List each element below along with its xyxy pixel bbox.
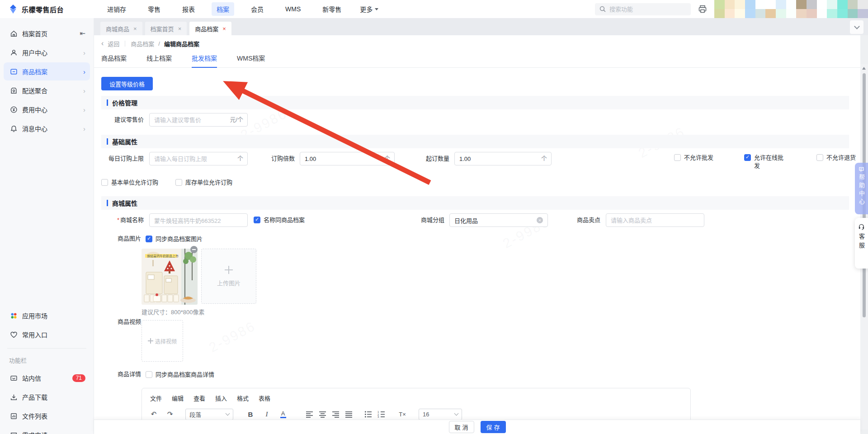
sidebar-item-app-market[interactable]: 应用市场 [4, 307, 90, 325]
checkbox-image-sync[interactable]: 同步商品档案图片 [146, 235, 203, 243]
clear-icon[interactable] [537, 217, 543, 223]
align-center-icon[interactable] [319, 411, 326, 418]
sidebar-collapse-icon[interactable]: ⇤ [80, 29, 85, 38]
chevron-down-icon [454, 411, 459, 416]
upload-image-button[interactable]: 上传图片 [201, 249, 256, 304]
checkbox-detail-sync[interactable]: 同步商品档案商品详情 [146, 371, 214, 379]
back-arrow-icon[interactable]: ‹ [101, 40, 104, 47]
min-order-input[interactable] [454, 152, 552, 165]
bold-icon[interactable] [245, 408, 256, 420]
printer-icon[interactable] [698, 5, 707, 14]
nav-item-wms[interactable]: WMS [280, 3, 306, 15]
clear-format-icon[interactable] [397, 408, 408, 420]
breadcrumb-parent[interactable]: 商品档案 [131, 39, 154, 48]
swatch-cell [848, 0, 858, 9]
undo-icon[interactable] [148, 408, 159, 420]
selling-point-input[interactable] [606, 213, 704, 227]
subtab-wms-archive[interactable]: WMS档案 [237, 53, 265, 68]
sidebar-item-delivery[interactable]: 配送聚合 › [4, 81, 90, 99]
checkbox-name-sync[interactable]: 名称同商品档案 [254, 216, 305, 224]
nav-item-inventory[interactable]: 进销存 [102, 2, 131, 16]
font-color-icon[interactable] [278, 408, 288, 420]
font-size-select[interactable]: 16 [419, 409, 462, 420]
mall-group-select[interactable]: 日化用品 [449, 213, 548, 227]
brand[interactable]: 乐檬零售后台 [0, 4, 90, 14]
nav-item-archive[interactable]: 档案 [212, 2, 234, 16]
nav-item-member[interactable]: 会员 [246, 2, 269, 16]
product-photo[interactable]: 焕轻高钙牛奶新品上市 [142, 249, 198, 305]
back-link[interactable]: 返回 [108, 39, 119, 48]
checkbox-online-wholesale[interactable]: 允许在线批发 [744, 154, 788, 170]
tab-mall-goods[interactable]: 商城商品 [100, 22, 142, 35]
checkbox-icon[interactable] [254, 217, 260, 223]
choose-video-button[interactable]: 选择视频 [142, 320, 183, 362]
swatch-cell [858, 9, 868, 18]
swatch-cell [745, 9, 755, 18]
editor-menu-table[interactable]: 表格 [259, 394, 270, 402]
global-search[interactable] [595, 3, 691, 15]
sidebar-item-user-center[interactable]: 用户中心 › [4, 43, 90, 61]
sidebar-item-product-download[interactable]: 产品下载 [4, 388, 90, 406]
nav-item-retail[interactable]: 零售 [143, 2, 165, 16]
checkbox-no-return[interactable]: 不允许退货 [816, 154, 860, 162]
remove-image-icon[interactable] [190, 246, 198, 253]
tab-product-archive[interactable]: 商品档案 [189, 22, 231, 35]
checkbox-icon[interactable] [674, 154, 681, 161]
swatch-cell [755, 0, 766, 9]
checkbox-icon[interactable] [816, 154, 823, 161]
nav-item-new-retail[interactable]: 新零售 [317, 2, 346, 16]
sidebar-item-expense-center[interactable]: 费用中心 › [4, 100, 90, 118]
checkbox-icon[interactable] [146, 371, 152, 378]
nav-more-menu[interactable]: 更多 [358, 2, 380, 16]
search-input[interactable] [609, 6, 677, 13]
sidebar-item-product-archive[interactable]: 商品档案 › [4, 62, 90, 80]
editor-menu-view[interactable]: 查看 [193, 394, 205, 402]
sidebar-item-inbox[interactable]: 站内信 71 [4, 369, 90, 387]
order-multiple-input[interactable] [300, 152, 395, 165]
cancel-button[interactable]: 取消 [449, 421, 474, 433]
subtab-wholesale-archive[interactable]: 批发档案 [192, 53, 217, 68]
align-right-icon[interactable] [332, 411, 340, 418]
editor-menu-edit[interactable]: 编辑 [172, 394, 184, 402]
checkbox-icon[interactable] [146, 236, 152, 242]
checkbox-base-unit-order[interactable]: 基本单位允许订购 [101, 179, 158, 187]
save-button[interactable]: 保存 [481, 421, 506, 433]
numbered-list-icon[interactable]: 123 [377, 411, 385, 418]
checkbox-no-wholesale[interactable]: 不允许批发 [674, 154, 717, 162]
redo-icon[interactable] [165, 408, 175, 420]
help-center-widget[interactable]: 帮助中心 [855, 163, 868, 214]
sidebar-item-file-list[interactable]: 文件列表 [4, 407, 90, 425]
customer-service-widget[interactable]: 客服 [855, 218, 868, 269]
tab-archive-home[interactable]: 档案首页 [145, 22, 187, 35]
checkbox-icon[interactable] [175, 179, 182, 186]
editor-menu-format[interactable]: 格式 [237, 394, 249, 402]
sidebar-item-message-center[interactable]: 消息中心 › [4, 119, 90, 137]
align-justify-icon[interactable] [345, 411, 353, 418]
close-icon[interactable] [178, 26, 182, 32]
align-left-icon[interactable] [306, 411, 313, 418]
mall-name-label: 商城名称 [94, 213, 144, 227]
italic-icon[interactable] [261, 408, 272, 420]
scroll-up-icon[interactable] [862, 67, 866, 70]
daily-limit-input[interactable] [149, 152, 248, 165]
editor-menu-file[interactable]: 文件 [150, 394, 162, 402]
set-grade-price-button[interactable]: 设置等级价格 [101, 77, 153, 90]
sidebar-item-favorites[interactable]: 常用入口 [4, 326, 90, 344]
editor-menu-insert[interactable]: 插入 [215, 394, 227, 402]
checkbox-stock-unit-order[interactable]: 库存单位允许订购 [175, 179, 232, 187]
mall-name-field [149, 213, 248, 227]
nav-item-report[interactable]: 报表 [177, 2, 200, 16]
sidebar-item-request[interactable]: 需求申请 [4, 426, 90, 434]
bullet-list-icon[interactable] [364, 411, 372, 418]
mall-name-input[interactable] [149, 213, 248, 227]
close-icon[interactable] [222, 26, 226, 32]
checkbox-icon[interactable] [744, 154, 751, 161]
subtab-product-archive[interactable]: 商品档案 [101, 53, 127, 68]
subtab-online-archive[interactable]: 线上档案 [146, 53, 172, 68]
close-icon[interactable] [133, 26, 137, 32]
chevron-right-icon: › [83, 68, 85, 75]
paragraph-style-select[interactable]: 段落 [185, 409, 233, 420]
tab-list-dropdown-button[interactable] [850, 20, 863, 34]
sidebar-item-archive-home[interactable]: 档案首页 ⇤ [4, 24, 90, 42]
checkbox-icon[interactable] [101, 179, 108, 186]
